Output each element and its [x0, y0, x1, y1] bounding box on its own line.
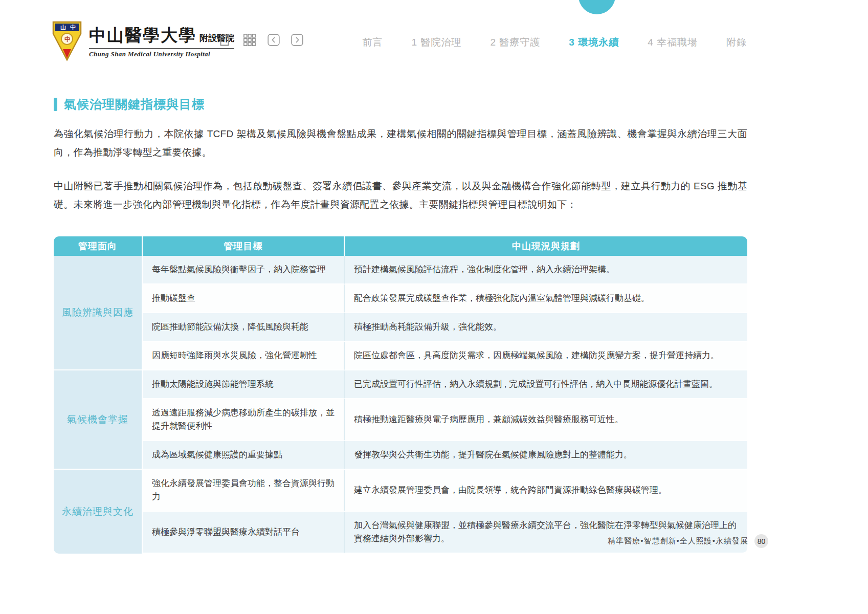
- col-header-status: 中山現況與規劃: [344, 236, 747, 256]
- svg-text:中: 中: [64, 36, 71, 43]
- table-header-row: 管理面向 管理目標 中山現況與規劃: [54, 236, 747, 256]
- page-number-badge: 80: [754, 534, 768, 548]
- nav-item-appendix[interactable]: 附錄: [726, 36, 747, 49]
- header: 山 中 中 中山醫學大學 附設醫院 Chung Shan Medical Uni…: [0, 0, 868, 67]
- nav-item-intro[interactable]: 前言: [363, 36, 383, 49]
- status-cell: 發揮教學與公共衛生功能，提升醫院在氣候健康風險應對上的整體能力。: [344, 441, 747, 470]
- paragraph-2: 中山附醫已著手推動相關氣候治理作為，包括啟動碳盤查、簽署永續倡議書、參與產業交流…: [54, 177, 747, 214]
- goal-cell: 因應短時強降雨與水災風險，強化營運韌性: [142, 342, 344, 370]
- group-cell-risk: 風險辨識與因應: [54, 256, 142, 370]
- footer: 精準醫療•智慧創新•全人照護•永續發展 80: [608, 534, 768, 548]
- table-row: 成為區域氣候健康照護的重要據點 發揮教學與公共衛生功能，提升醫院在氣候健康風險應…: [54, 441, 747, 470]
- goal-cell: 強化永續發展管理委員會功能，整合資源與行動力: [142, 470, 344, 512]
- section-title-bar: [54, 98, 57, 111]
- goal-cell: 推動太陽能設施與節能管理系統: [142, 370, 344, 399]
- table-row: 因應短時強降雨與水災風險，強化營運韌性 院區位處都會區，具高度防災需求，因應極端…: [54, 342, 747, 370]
- col-header-dimension: 管理面向: [54, 236, 142, 256]
- table-row: 透過遠距服務減少病患移動所產生的碳排放，並提升就醫便利性 積極推動遠距醫療與電子…: [54, 399, 747, 441]
- paragraph-1: 為強化氣候治理行動力，本院依據 TCFD 架構及氣候風險與機會盤點成果，建構氣候…: [54, 125, 747, 162]
- status-cell: 院區位處都會區，具高度防災需求，因應極端氣候風險，建構防災應變方案，提升營運持續…: [344, 342, 747, 370]
- kpi-table: 管理面向 管理目標 中山現況與規劃 風險辨識與因應 每年盤點氣候風險與衝擊因子，…: [54, 236, 747, 554]
- logo-hanzi-main: 中山醫學大學: [89, 24, 196, 47]
- table-row: 推動碳盤查 配合政策發展完成碳盤查作業，積極強化院內溫室氣體管理與減碳行動基礎。: [54, 284, 747, 313]
- status-cell: 積極推動遠距醫療與電子病歷應用，兼顧減碳效益與醫療服務可近性。: [344, 399, 747, 441]
- home-icon[interactable]: [217, 32, 232, 48]
- svg-text:中: 中: [70, 24, 76, 30]
- status-cell: 配合政策發展完成碳盤查作業，積極強化院內溫室氣體管理與減碳行動基礎。: [344, 284, 747, 313]
- prev-page-icon[interactable]: [267, 33, 280, 47]
- status-cell: 預計建構氣候風險評估流程，強化制度化管理，納入永續治理架構。: [344, 256, 747, 284]
- status-cell: 建立永續發展管理委員會，由院長領導，統合跨部門資源推動綠色醫療與碳管理。: [344, 470, 747, 512]
- footer-tagline: 精準醫療•智慧創新•全人照護•永續發展: [608, 536, 748, 546]
- status-cell: 已完成設置可行性評估，納入永續規劃 , 完成設置可行性評估，納入中長期能源優化計…: [344, 370, 747, 399]
- main-content: 氣候治理關鍵指標與目標 為強化氣候治理行動力，本院依據 TCFD 架構及氣候風險…: [54, 96, 747, 554]
- grid-menu-icon[interactable]: [242, 33, 257, 47]
- hospital-logo-shield: 山 中 中: [51, 20, 83, 61]
- goal-cell: 推動碳盤查: [142, 284, 344, 313]
- status-cell: 積極推動高耗能設備升級，強化能效。: [344, 313, 747, 342]
- chapter-nav: 前言 1 醫院治理 2 醫療守護 3 環境永續 4 幸福職場 附錄: [363, 36, 747, 49]
- nav-item-environment-active[interactable]: 3 環境永續: [569, 36, 619, 49]
- viewer-toolbar: [217, 32, 304, 48]
- next-page-icon[interactable]: [291, 33, 304, 47]
- table-row: 永續治理與文化 強化永續發展管理委員會功能，整合資源與行動力 建立永續發展管理委…: [54, 470, 747, 512]
- table-row: 風險辨識與因應 每年盤點氣候風險與衝擊因子，納入院務管理 預計建構氣候風險評估流…: [54, 256, 747, 284]
- goal-cell: 積極參與淨零聯盟與醫療永續對話平台: [142, 512, 344, 554]
- table-row: 院區推動節能設備汰換，降低風險與耗能 積極推動高耗能設備升級，強化能效。: [54, 313, 747, 342]
- section-title: 氣候治理關鍵指標與目標: [54, 96, 747, 113]
- col-header-goal: 管理目標: [142, 236, 344, 256]
- group-cell-culture: 永續治理與文化: [54, 470, 142, 554]
- section-title-text: 氣候治理關鍵指標與目標: [64, 96, 205, 113]
- logo-text: 中山醫學大學 附設醫院 Chung Shan Medical Universit…: [89, 24, 234, 58]
- goal-cell: 成為區域氣候健康照護的重要據點: [142, 441, 344, 470]
- shield-text: 山: [60, 24, 66, 30]
- goal-cell: 透過遠距服務減少病患移動所產生的碳排放，並提升就醫便利性: [142, 399, 344, 441]
- table-row: 氣候機會掌握 推動太陽能設施與節能管理系統 已完成設置可行性評估，納入永續規劃 …: [54, 370, 747, 399]
- nav-item-workplace[interactable]: 4 幸福職場: [648, 36, 698, 49]
- logo-english: Chung Shan Medical University Hospital: [89, 48, 234, 58]
- hospital-logo: 山 中 中 中山醫學大學 附設醫院 Chung Shan Medical Uni…: [51, 20, 234, 61]
- goal-cell: 每年盤點氣候風險與衝擊因子，納入院務管理: [142, 256, 344, 284]
- nav-item-medical-care[interactable]: 2 醫療守護: [490, 36, 540, 49]
- nav-item-governance[interactable]: 1 醫院治理: [412, 36, 462, 49]
- goal-cell: 院區推動節能設備汰換，降低風險與耗能: [142, 313, 344, 342]
- group-cell-opportunity: 氣候機會掌握: [54, 370, 142, 470]
- report-page: 山 中 中 中山醫學大學 附設醫院 Chung Shan Medical Uni…: [0, 0, 868, 614]
